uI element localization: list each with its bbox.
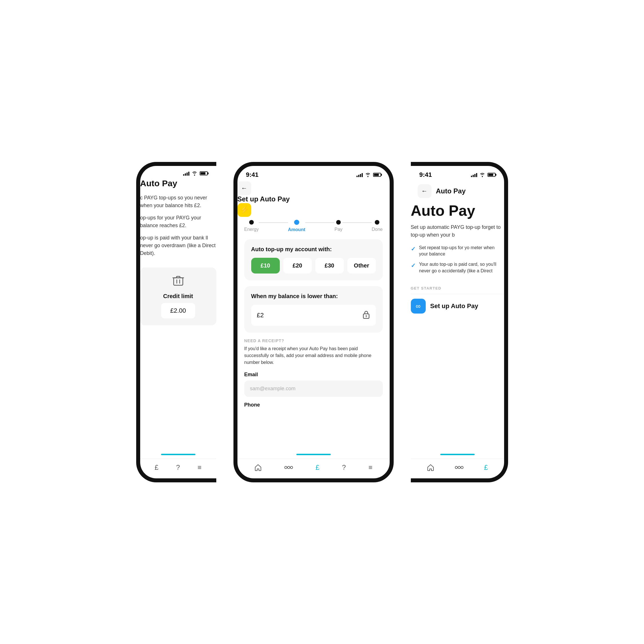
right-signal-icon [471, 173, 477, 177]
receipt-label: NEED A RECEIPT? [244, 338, 383, 343]
right-bottom-line [440, 454, 475, 455]
step-done-label: Done [372, 227, 383, 232]
step-energy: Energy [244, 220, 259, 232]
balance-card: When my balance is lower than: £2 [244, 286, 383, 333]
right-nav-billing[interactable]: £ [484, 463, 488, 471]
step-line-2 [305, 222, 334, 223]
mid-nav-menu[interactable]: ≡ [368, 463, 372, 471]
right-battery-icon [488, 173, 496, 177]
get-started-label: GET STARTED [411, 286, 504, 290]
lightning-button[interactable]: ⚡ [237, 203, 251, 217]
checklist: ✓ Set repeat top-ups for yo meter when y… [411, 245, 504, 278]
left-phone: Auto Pay c PAYG top-ups so you never whe… [136, 162, 216, 482]
mid-nav-connect[interactable] [284, 465, 293, 470]
step-pay-dot [336, 220, 341, 225]
left-bottom-nav: £ ? ≡ [140, 459, 216, 478]
step-amount-dot [294, 220, 299, 225]
right-screen-content: Auto Pay Set up automatic PAYG top-up fo… [411, 203, 504, 328]
checkmark-icon-2: ✓ [411, 261, 416, 270]
step-line-1 [259, 222, 288, 223]
phone-field-label: Phone [244, 402, 383, 408]
right-nav-home[interactable] [427, 464, 434, 471]
step-amount-label: Amount [288, 227, 305, 232]
bottom-line [161, 454, 195, 455]
right-wifi-icon [479, 173, 485, 177]
mid-back-button[interactable]: ← [237, 181, 251, 195]
left-status-bar [140, 166, 216, 179]
balance-value: £2 [257, 312, 264, 319]
right-phone: 9:41 ← Auto Pay Auto Pay Set up automati… [411, 162, 508, 482]
right-header: ← Auto Pay [411, 181, 504, 203]
checklist-item-2: ✓ Your auto top-up is paid card, so you'… [411, 261, 504, 274]
svg-point-12 [455, 466, 457, 469]
right-status-bar: 9:41 [411, 166, 504, 181]
amount-card: Auto top-up my account with: £10 £20 £30… [244, 239, 383, 280]
nav-billing[interactable]: £ [154, 463, 158, 471]
svg-point-5 [366, 315, 367, 316]
setup-auto-pay-button[interactable]: ∞ Set up Auto Pay [411, 299, 504, 314]
credit-limit-label: Credit limit [163, 293, 193, 300]
right-time: 9:41 [419, 171, 432, 179]
amount-20-button[interactable]: £20 [283, 258, 312, 274]
checklist-item-1: ✓ Set repeat top-ups for yo meter when y… [411, 245, 504, 257]
setup-btn-label: Set up Auto Pay [430, 302, 478, 310]
mid-nav-home[interactable] [254, 464, 262, 471]
svg-point-7 [285, 466, 287, 469]
battery-icon [200, 171, 208, 175]
checklist-text-1: Set repeat top-ups for yo meter when you… [419, 245, 504, 257]
mid-status-icons [356, 173, 381, 177]
step-line-3 [342, 222, 372, 223]
lock-icon [362, 310, 370, 321]
left-title: Auto Pay [140, 179, 216, 188]
left-screen-content: Auto Pay c PAYG top-ups so you never whe… [140, 179, 216, 454]
left-delete-area: Credit limit £2.00 [140, 267, 216, 325]
step-energy-dot [249, 220, 254, 225]
svg-point-14 [458, 466, 460, 469]
left-body-1: c PAYG top-ups so you never when your ba… [140, 194, 216, 209]
infinity-icon: ∞ [411, 299, 426, 314]
email-input[interactable]: sam@example.com [244, 381, 383, 397]
email-field-label: Email [244, 372, 383, 378]
mid-header: ← Set up Auto Pay ⚡ [237, 181, 390, 217]
step-pay-label: Pay [334, 227, 342, 232]
mid-status-bar: 9:41 [237, 166, 390, 181]
step-done: Done [372, 220, 383, 232]
step-pay: Pay [334, 220, 342, 232]
svg-point-9 [288, 466, 290, 469]
left-body-3: op-up is paid with your bank ll never go… [140, 234, 216, 257]
mid-signal-icon [356, 173, 363, 177]
mid-nav-billing[interactable]: £ [316, 463, 319, 471]
nav-menu[interactable]: ≡ [198, 463, 202, 471]
balance-input-row: £2 [251, 305, 376, 326]
signal-icon [183, 171, 189, 176]
right-bottom-nav: £ [411, 459, 504, 478]
mid-header-title: Set up Auto Pay [237, 195, 390, 203]
svg-point-8 [290, 466, 293, 469]
amount-30-button[interactable]: £30 [315, 258, 344, 274]
checklist-text-2: Your auto top-up is paid card, so you'll… [419, 261, 504, 274]
step-done-dot [375, 220, 379, 225]
receipt-desc: If you'd like a receipt when your Auto P… [244, 345, 383, 366]
nav-help[interactable]: ? [176, 463, 180, 471]
step-energy-label: Energy [244, 227, 259, 232]
right-nav-connect[interactable] [455, 465, 463, 470]
step-amount: Amount [288, 220, 305, 232]
svg-rect-0 [174, 278, 183, 285]
right-back-button[interactable]: ← [418, 184, 431, 198]
divider [411, 294, 504, 294]
amount-other-button[interactable]: Other [347, 258, 376, 274]
right-header-title: Auto Pay [436, 187, 466, 195]
amount-card-title: Auto top-up my account with: [251, 246, 376, 253]
mid-phone: 9:41 ← Set up Auto Pay ⚡ Energy Amount [233, 162, 394, 482]
wifi-icon [192, 171, 197, 176]
checkmark-icon-1: ✓ [411, 245, 416, 253]
mid-wifi-icon [365, 173, 371, 177]
right-status-icons [471, 173, 496, 177]
left-body-2: op-ups for your PAYG your balance reache… [140, 214, 216, 229]
progress-steps: Energy Amount Pay Done [237, 217, 390, 239]
mid-bottom-nav: £ ? ≡ [237, 459, 390, 478]
mid-bottom-line [296, 454, 331, 455]
amount-10-button[interactable]: £10 [251, 258, 280, 274]
mid-nav-help[interactable]: ? [342, 463, 346, 471]
trash-icon [172, 274, 185, 290]
